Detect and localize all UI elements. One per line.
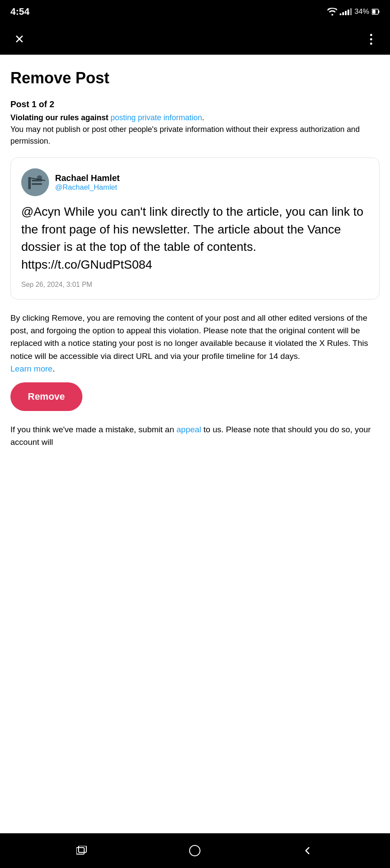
- post-counter: Post 1 of 2: [10, 99, 380, 109]
- top-nav: ✕: [0, 23, 390, 55]
- more-dot: [370, 38, 372, 40]
- back-button[interactable]: [297, 840, 318, 861]
- battery-text: 34%: [354, 7, 369, 16]
- svg-rect-10: [79, 846, 86, 852]
- recent-apps-button[interactable]: [72, 840, 93, 861]
- status-icons: 34%: [328, 7, 380, 16]
- learn-more-link[interactable]: Learn more: [10, 364, 52, 373]
- svg-rect-4: [28, 177, 31, 189]
- violation-suffix: .: [202, 113, 204, 122]
- violation-link[interactable]: posting private information: [111, 113, 202, 122]
- appeal-text: If you think we've made a mistake, submi…: [10, 423, 380, 449]
- svg-rect-1: [373, 10, 376, 14]
- more-dot: [370, 43, 372, 45]
- tweet-body: @Acyn While you can't link directly to t…: [21, 203, 369, 273]
- battery-icon: [372, 9, 380, 15]
- tweet-avatar: [21, 168, 49, 196]
- main-content: Remove Post Post 1 of 2 Violating our ru…: [0, 55, 390, 833]
- tweet-author-info: Rachael Hamlet @Rachael_Hamlet: [55, 173, 120, 192]
- violation-prefix: Violating our rules against: [10, 113, 111, 122]
- bottom-nav: [0, 833, 390, 868]
- trailing-dot: .: [52, 364, 55, 373]
- remove-description: By clicking Remove, you are removing the…: [10, 312, 380, 375]
- page-title: Remove Post: [10, 69, 380, 87]
- tweet-author-handle: @Rachael_Hamlet: [55, 183, 120, 192]
- status-bar: 4:54 34%: [0, 0, 390, 23]
- svg-rect-9: [76, 848, 84, 854]
- home-button[interactable]: [184, 840, 206, 861]
- svg-rect-3: [21, 168, 49, 196]
- tweet-card: Rachael Hamlet @Rachael_Hamlet @Acyn Whi…: [10, 158, 380, 299]
- more-options-button[interactable]: [362, 30, 380, 48]
- tweet-author-name: Rachael Hamlet: [55, 173, 120, 183]
- tweet-author: Rachael Hamlet @Rachael_Hamlet: [21, 168, 369, 196]
- remove-description-text: By clicking Remove, you are removing the…: [10, 313, 368, 361]
- signal-icon: [340, 8, 352, 15]
- svg-rect-6: [32, 183, 42, 185]
- svg-rect-2: [378, 10, 380, 13]
- violation-text: Violating our rules against posting priv…: [10, 112, 380, 147]
- status-time: 4:54: [10, 6, 29, 17]
- close-button[interactable]: ✕: [10, 30, 28, 48]
- appeal-link[interactable]: appeal: [177, 425, 201, 434]
- more-dot: [370, 34, 372, 36]
- appeal-prefix: If you think we've made a mistake, submi…: [10, 425, 177, 434]
- violation-description: You may not publish or post other people…: [10, 125, 360, 145]
- svg-rect-11: [190, 845, 200, 856]
- tweet-timestamp: Sep 26, 2024, 3:01 PM: [21, 281, 92, 288]
- wifi-icon: [328, 8, 337, 16]
- remove-button[interactable]: Remove: [10, 382, 82, 411]
